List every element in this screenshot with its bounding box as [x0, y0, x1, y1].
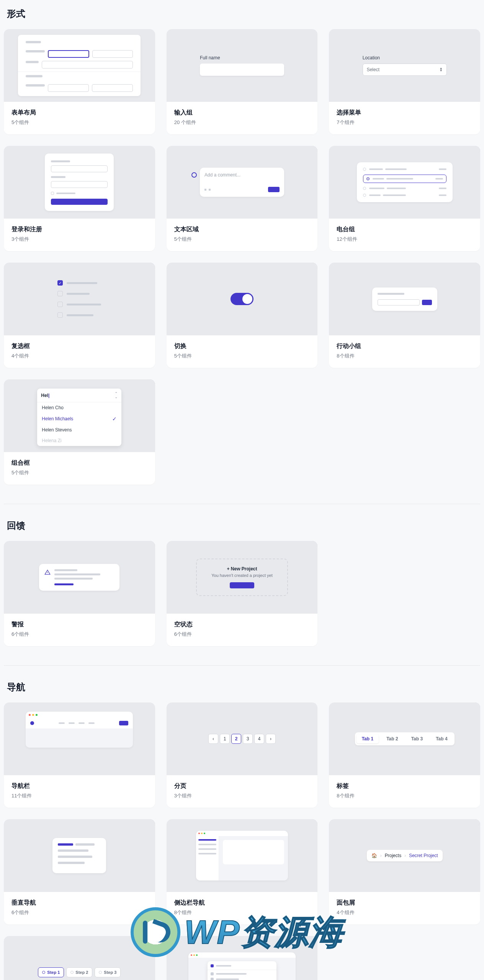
card-textareas[interactable]: Add a comment... 文本区域 5个组件 — [167, 146, 318, 251]
card-preview: + New Project You haven't created a proj… — [167, 541, 318, 614]
card-pagination[interactable]: ‹ 1 2 3 4 › 分页 3个组件 — [167, 702, 318, 808]
card-breadcrumbs[interactable]: 🏠 › Projects › Secret Project 面包屑 4个组件 — [329, 819, 480, 924]
card-title: 切换 — [174, 342, 310, 350]
card-title: 行动小组 — [337, 342, 473, 350]
section-divider — [4, 504, 480, 504]
card-command-palettes[interactable]: 命令面板 9个组件 — [167, 936, 318, 980]
chevron-updown-icon: ▲▼ — [440, 67, 443, 72]
card-title: 警报 — [11, 621, 147, 629]
card-sign-in[interactable]: 登录和注册 3个组件 — [4, 146, 155, 251]
card-subtitle: 3个组件 — [174, 792, 310, 799]
card-toggles[interactable]: 切换 5个组件 — [167, 263, 318, 368]
page-number: 1 — [220, 734, 230, 744]
section-divider — [4, 665, 480, 666]
step-item: Step 1 — [38, 967, 64, 977]
preview-input — [200, 64, 284, 76]
card-comboboxes[interactable]: Hel| ⌃⌄ Helen Cho Helen Michaels✓ Helen … — [4, 379, 155, 485]
card-title: 组合框 — [11, 459, 147, 467]
section-title: 形式 — [7, 8, 480, 20]
card-subtitle: 4个组件 — [11, 353, 147, 359]
cards-grid: 表单布局 5个组件 Full name 输入组 20 个组件 Location — [4, 29, 480, 485]
combobox-query: Hel — [41, 393, 48, 398]
page-prev: ‹ — [208, 734, 218, 744]
card-preview: ‹ 1 2 3 4 › — [167, 702, 318, 775]
card-steps[interactable]: Step 1 Step 2 Step 3 脚步 8个组件 — [4, 936, 155, 980]
card-title: 空状态 — [174, 621, 310, 629]
card-preview: Step 1 Step 2 Step 3 — [4, 936, 155, 980]
card-checkboxes[interactable]: ✓ 复选框 4个组件 — [4, 263, 155, 368]
page-number: 2 — [231, 734, 241, 744]
card-subtitle: 8个组件 — [174, 909, 310, 916]
home-icon: 🏠 — [371, 853, 377, 858]
card-subtitle: 5个组件 — [174, 353, 310, 359]
card-subtitle: 5个组件 — [11, 119, 147, 126]
card-preview — [167, 936, 318, 980]
step-item: Step 3 — [95, 967, 121, 977]
card-title: 电台组 — [337, 225, 473, 234]
card-preview: Add a comment... — [167, 146, 318, 219]
card-alerts[interactable]: 警报 6个组件 — [4, 541, 155, 646]
card-title: 导航栏 — [11, 782, 147, 790]
card-action-panels[interactable]: 行动小组 8个组件 — [329, 263, 480, 368]
card-input-groups[interactable]: Full name 输入组 20 个组件 — [167, 29, 318, 134]
user-icon — [191, 172, 197, 178]
card-preview — [329, 146, 480, 219]
combobox-option: Helena Zi — [37, 435, 121, 446]
card-subtitle: 11个组件 — [11, 792, 147, 799]
card-title: 表单布局 — [11, 109, 147, 117]
card-preview — [167, 263, 318, 335]
card-preview — [4, 819, 155, 892]
breadcrumb-item: Secret Project — [409, 853, 438, 858]
select-placeholder: Select — [367, 67, 379, 72]
card-preview: Tab 1 Tab 2 Tab 3 Tab 4 — [329, 702, 480, 775]
card-form-layouts[interactable]: 表单布局 5个组件 — [4, 29, 155, 134]
card-preview — [167, 819, 318, 892]
card-select-menus[interactable]: Location Select ▲▼ 选择菜单 7个组件 — [329, 29, 480, 134]
cards-grid: 警报 6个组件 + New Project You haven't create… — [4, 541, 480, 646]
card-navbars[interactable]: 导航栏 11个组件 — [4, 702, 155, 808]
breadcrumb-item: Projects — [385, 853, 401, 858]
card-preview: Location Select ▲▼ — [329, 29, 480, 102]
card-subtitle: 12个组件 — [337, 236, 473, 243]
section-navigation: 导航 导航栏 11个组件 ‹ 1 2 3 — [4, 681, 480, 980]
empty-heading: + New Project — [204, 566, 280, 572]
card-subtitle: 7个组件 — [337, 119, 473, 126]
card-radio-groups[interactable]: 电台组 12个组件 — [329, 146, 480, 251]
warning-icon — [44, 569, 51, 575]
check-icon: ✓ — [112, 416, 117, 422]
card-subtitle: 20 个组件 — [174, 119, 310, 126]
card-sidebar-nav[interactable]: 侧边栏导航 8个组件 — [167, 819, 318, 924]
card-title: 登录和注册 — [11, 225, 147, 234]
section-feedback: 回馈 警报 6个组件 — [4, 519, 480, 646]
card-preview: ✓ — [4, 263, 155, 335]
page-next: › — [266, 734, 276, 744]
card-vertical-nav[interactable]: 垂直导航 6个组件 — [4, 819, 155, 924]
card-preview: Hel| ⌃⌄ Helen Cho Helen Michaels✓ Helen … — [4, 379, 155, 452]
step-item: Step 2 — [66, 967, 92, 977]
card-preview — [4, 541, 155, 614]
card-subtitle: 8个组件 — [337, 353, 473, 359]
combobox-option: Helen Stevens — [37, 425, 121, 435]
card-subtitle: 5个组件 — [11, 469, 147, 476]
card-preview — [4, 146, 155, 219]
chevron-right-icon: › — [380, 853, 382, 858]
section-forms: 形式 表单布局 5个组件 Ful — [4, 8, 480, 485]
card-subtitle: 4个组件 — [337, 909, 473, 916]
preview-label: Location — [363, 55, 447, 60]
tab-item: Tab 4 — [430, 734, 453, 743]
card-empty-states[interactable]: + New Project You haven't created a proj… — [167, 541, 318, 646]
textarea-placeholder: Add a comment... — [204, 172, 280, 178]
section-title: 导航 — [7, 681, 480, 693]
tab-item: Tab 2 — [381, 734, 404, 743]
section-title: 回馈 — [7, 519, 480, 532]
card-title: 面包屑 — [337, 899, 473, 907]
card-tabs[interactable]: Tab 1 Tab 2 Tab 3 Tab 4 标签 8个组件 — [329, 702, 480, 808]
card-subtitle: 8个组件 — [337, 792, 473, 799]
combobox-option: Helen Michaels✓ — [37, 413, 121, 425]
card-preview: Full name — [167, 29, 318, 102]
page-number: 4 — [254, 734, 264, 744]
empty-body: You haven't created a project yet — [204, 573, 280, 578]
card-title: 复选框 — [11, 342, 147, 350]
card-preview — [4, 702, 155, 775]
card-title: 垂直导航 — [11, 899, 147, 907]
